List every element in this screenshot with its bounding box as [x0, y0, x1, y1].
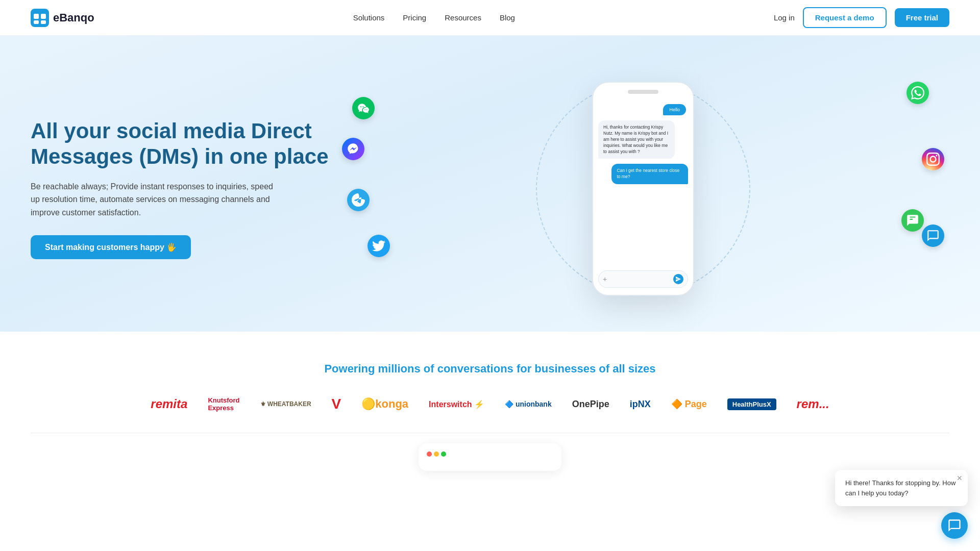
hero-visual: Hello Hi, thanks for contacting Krispy N…: [337, 66, 949, 311]
logo-ipnx: ipNX: [630, 399, 651, 410]
nav-blog[interactable]: Blog: [500, 13, 515, 22]
bottom-preview: [0, 433, 980, 481]
nav-solutions[interactable]: Solutions: [353, 13, 385, 22]
imessage-icon: [901, 209, 924, 232]
chat-popup-text: Hi there! Thanks for stopping by. How ca…: [845, 478, 958, 481]
messenger-icon: [342, 138, 364, 160]
logo-interswitch: Interswitch ⚡: [429, 399, 484, 409]
logo-knutsford: KnutsfordExpress: [208, 396, 239, 412]
dot-green: [441, 452, 446, 457]
plus-icon: +: [603, 275, 607, 283]
logos-row: remita KnutsfordExpress ⚜ WHEATBAKER V 🟡…: [31, 396, 949, 412]
window-dots: [427, 452, 446, 457]
nav-resources[interactable]: Resources: [445, 13, 481, 22]
logo-remita2: rem...: [797, 397, 829, 411]
chat-bubble-icon: [922, 224, 944, 247]
phone-screen: Hello Hi, thanks for contacting Krispy N…: [593, 83, 693, 295]
free-trial-button[interactable]: Free trial: [895, 8, 949, 27]
bot-message-bubble: Hi, thanks for contacting Krispy Nutz. M…: [598, 120, 675, 159]
hero-title: All your social media Direct Messages (D…: [31, 118, 337, 170]
hello-bubble: Hello: [663, 104, 686, 115]
logo[interactable]: eBanqo: [31, 9, 94, 27]
logos-section: Powering millions of conversations for b…: [0, 332, 980, 433]
logo-healthplus: HealthPlusX: [727, 398, 776, 410]
logo-konga: 🟡konga: [361, 397, 408, 411]
logo-v: V: [332, 396, 341, 412]
chat-close-button[interactable]: ✕: [957, 474, 963, 481]
logos-title: Powering millions of conversations for b…: [31, 362, 949, 375]
nav-pricing[interactable]: Pricing: [403, 13, 426, 22]
login-link[interactable]: Log in: [774, 13, 795, 22]
logo-icon: [31, 9, 49, 27]
cta-button[interactable]: Start making customers happy 🖐: [31, 235, 191, 259]
send-icon: [676, 277, 681, 282]
navbar: eBanqo Solutions Pricing Resources Blog …: [0, 0, 980, 36]
bottom-card: [419, 443, 561, 471]
message-input[interactable]: [610, 276, 670, 282]
logo-page: 🔶 Page: [671, 398, 707, 410]
send-button[interactable]: [673, 274, 683, 284]
phone-mockup: Hello Hi, thanks for contacting Krispy N…: [592, 82, 694, 296]
chat-popup: ✕ Hi there! Thanks for stopping by. How …: [835, 470, 968, 481]
wechat-icon: [352, 97, 375, 119]
twitter-icon: [368, 235, 390, 257]
request-demo-button[interactable]: Request a demo: [803, 7, 887, 28]
hero-section: All your social media Direct Messages (D…: [0, 36, 980, 332]
svg-rect-0: [31, 9, 49, 27]
phone-notch: [628, 90, 658, 94]
svg-rect-4: [41, 20, 46, 24]
phone-input-bar: +: [598, 270, 688, 288]
telegram-icon: [347, 189, 370, 211]
user-message-bubble: Can I get the nearest store close to me?: [611, 164, 688, 184]
dot-yellow: [434, 452, 439, 457]
dot-red: [427, 452, 432, 457]
svg-rect-2: [41, 14, 46, 19]
svg-rect-3: [34, 20, 39, 24]
hero-description: Be reachable always; Provide instant res…: [31, 180, 276, 219]
logo-onepipe: OnePipe: [572, 399, 609, 410]
logo-text: eBanqo: [53, 11, 94, 24]
chat-widget: ✕ Hi there! Thanks for stopping by. How …: [835, 470, 968, 481]
logo-unionbank: 🔷 unionbank: [505, 400, 552, 408]
nav-links: Solutions Pricing Resources Blog: [353, 13, 515, 22]
nav-right: Log in Request a demo Free trial: [774, 7, 949, 28]
logo-remita: remita: [151, 397, 187, 411]
whatsapp-icon: [906, 82, 929, 104]
logo-wheatbaker: ⚜ WHEATBAKER: [260, 400, 311, 408]
svg-rect-1: [34, 14, 39, 19]
hero-content: All your social media Direct Messages (D…: [31, 118, 337, 260]
instagram-icon: [922, 148, 944, 170]
